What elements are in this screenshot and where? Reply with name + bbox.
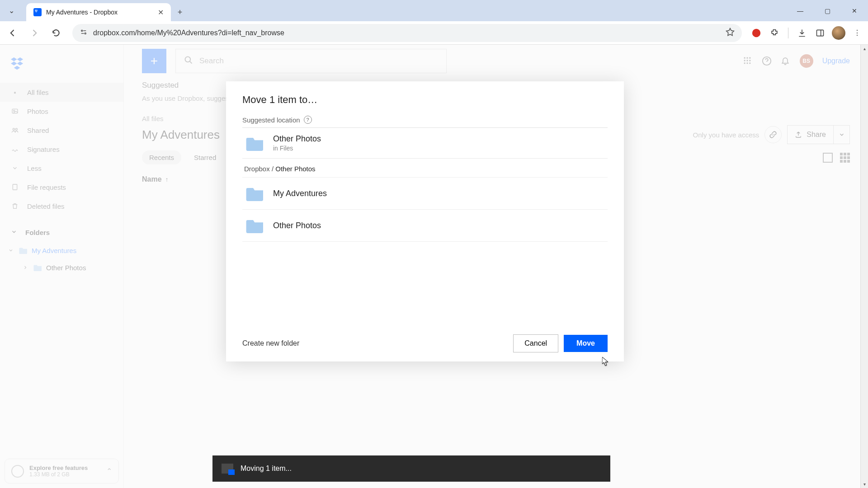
extensions-icon[interactable] [768,27,781,39]
folder-option-label: Other Photos [273,221,321,230]
new-tab-button[interactable]: + [171,3,189,21]
svg-point-1 [85,33,86,34]
sidepanel-icon[interactable] [814,27,826,39]
maximize-button[interactable]: ▢ [814,0,841,21]
crumb-root[interactable]: Dropbox [244,165,270,173]
extension-icon-1[interactable] [750,27,763,39]
browser-tab[interactable]: My Adventures - Dropbox ✕ [26,3,171,21]
suggested-folder-item[interactable]: Other Photos in Files [242,128,608,159]
forward-button[interactable] [26,25,42,41]
downloads-icon[interactable] [796,27,808,39]
scroll-up-button[interactable]: ▴ [861,45,868,52]
help-icon[interactable]: ? [304,116,312,124]
close-window-button[interactable]: ✕ [841,0,868,21]
bookmark-star-icon[interactable] [726,28,735,38]
profile-avatar[interactable] [832,26,845,40]
suggested-folder-sub: in Files [273,145,321,152]
move-item-modal: Move 1 item to… Suggested location ? Oth… [226,81,624,361]
url-text: dropbox.com/home/My%20Adventures?di=left… [93,29,720,37]
svg-point-0 [81,30,83,31]
toast-folder-icon [222,464,233,474]
minimize-button[interactable]: — [787,0,814,21]
vertical-scrollbar[interactable]: ▴ ▾ [860,45,868,488]
dropbox-favicon [33,8,42,16]
back-button[interactable] [5,25,21,41]
tab-title: My Adventures - Dropbox [46,9,153,16]
suggested-location-label: Suggested location [242,116,300,124]
close-tab-icon[interactable]: ✕ [158,8,164,17]
tab-search-button[interactable]: ⌄ [0,0,23,21]
cancel-button[interactable]: Cancel [513,334,558,352]
moving-toast: Moving 1 item... [212,455,610,482]
crumb-current[interactable]: Other Photos [275,165,315,173]
modal-breadcrumb: Dropbox / Other Photos [242,159,608,178]
reload-button[interactable] [48,25,64,41]
browser-menu-icon[interactable]: ⋮ [851,27,863,39]
folder-option-label: My Adventures [273,189,327,198]
create-new-folder-link[interactable]: Create new folder [242,339,299,347]
svg-rect-3 [817,30,824,36]
suggested-folder-name: Other Photos [273,134,321,144]
folder-option-other-photos[interactable]: Other Photos [242,210,608,242]
toast-message: Moving 1 item... [241,465,292,473]
browser-tab-strip: ⌄ My Adventures - Dropbox ✕ + — ▢ ✕ [0,0,868,21]
move-button[interactable]: Move [564,335,608,352]
modal-title: Move 1 item to… [242,94,608,106]
site-info-icon[interactable] [80,28,88,38]
svg-point-2 [752,28,760,37]
window-controls: — ▢ ✕ [787,0,868,21]
folder-option-my-adventures[interactable]: My Adventures [242,178,608,210]
scroll-down-button[interactable]: ▾ [861,480,868,488]
browser-toolbar: dropbox.com/home/My%20Adventures?di=left… [0,21,868,45]
toolbar-divider [788,28,788,38]
address-bar[interactable]: dropbox.com/home/My%20Adventures?di=left… [72,24,742,42]
mouse-cursor [602,357,609,366]
